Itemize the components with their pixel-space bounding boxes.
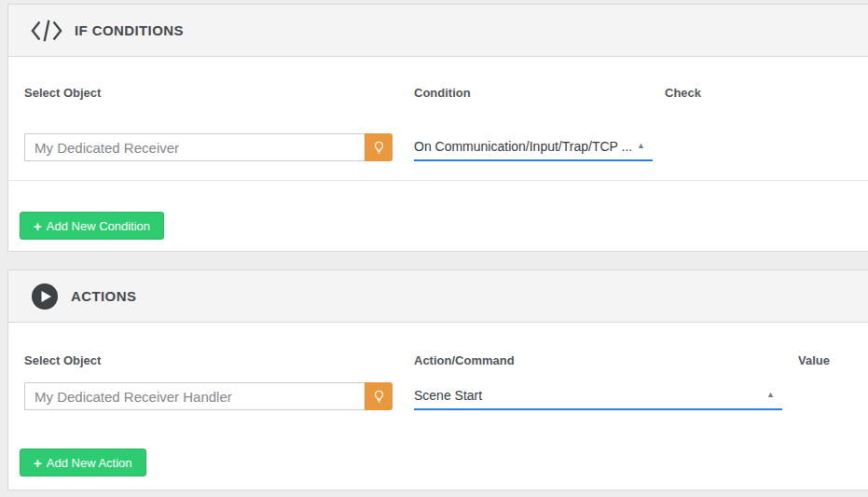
action-object-group	[24, 382, 393, 410]
add-new-condition-label: Add New Condition	[47, 219, 150, 233]
select-object-label: Select Object	[24, 353, 101, 367]
actions-panel: ACTIONS Select Object Action/Command Val…	[7, 269, 868, 490]
condition-object-picker-button[interactable]	[365, 133, 393, 161]
action-object-picker-button[interactable]	[365, 382, 393, 410]
lightbulb-icon	[372, 390, 386, 404]
action-command-label: Action/Command	[414, 353, 515, 367]
add-new-action-button[interactable]: + Add New Action	[20, 449, 146, 476]
chevron-up-icon: ▲	[766, 391, 775, 399]
condition-select-value: On Communication/Input/Trap/TCP ...	[414, 133, 653, 159]
action-command-select[interactable]: Scene Start ▲	[414, 382, 782, 410]
actions-title: ACTIONS	[71, 288, 136, 304]
actions-body: Select Object Action/Command Value Scene…	[8, 323, 868, 490]
add-new-condition-button[interactable]: + Add New Condition	[20, 212, 164, 240]
select-object-label: Select Object	[24, 86, 101, 100]
condition-object-input[interactable]	[24, 133, 365, 161]
chevron-up-icon: ▲	[637, 142, 645, 150]
condition-object-group	[24, 133, 393, 161]
if-conditions-title: IF CONDITIONS	[75, 22, 184, 38]
add-new-action-label: Add New Action	[47, 456, 132, 470]
action-command-select-value: Scene Start	[414, 382, 782, 408]
action-object-input[interactable]	[24, 382, 365, 410]
lightbulb-icon	[372, 141, 386, 155]
condition-select[interactable]: On Communication/Input/Trap/TCP ... ▲	[414, 133, 653, 161]
if-conditions-header: IF CONDITIONS	[8, 5, 868, 57]
play-icon	[31, 283, 59, 311]
if-conditions-panel: IF CONDITIONS Select Object Condition Ch…	[7, 4, 868, 252]
condition-label: Condition	[414, 86, 471, 100]
code-icon	[31, 19, 62, 43]
row-divider	[8, 180, 868, 181]
actions-header: ACTIONS	[8, 270, 868, 323]
check-label: Check	[665, 86, 701, 100]
plus-icon: +	[34, 456, 42, 470]
plus-icon: +	[34, 219, 42, 233]
value-label: Value	[798, 353, 830, 367]
if-conditions-body: Select Object Condition Check On Communi…	[8, 57, 868, 251]
